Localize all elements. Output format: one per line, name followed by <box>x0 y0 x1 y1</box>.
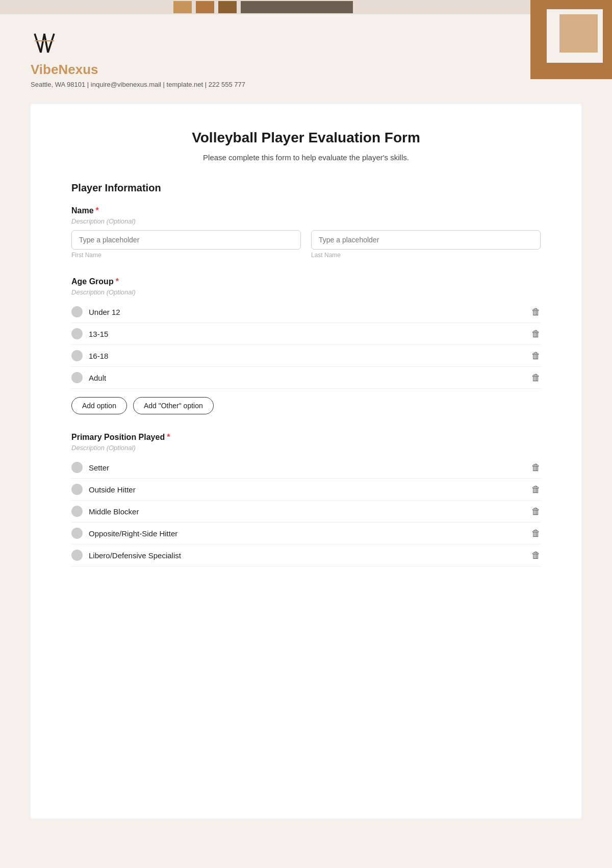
deco-inner2-block <box>559 14 598 53</box>
header-deco-3 <box>218 1 237 13</box>
field-description-name: Description (Optional) <box>71 217 541 225</box>
position-option-outside-hitter: Outside Hitter 🗑 <box>71 479 541 501</box>
delete-icon-under12[interactable]: 🗑 <box>531 307 541 317</box>
first-name-sublabel: First Name <box>71 252 301 259</box>
svg-line-3 <box>48 34 54 53</box>
position-option-setter: Setter 🗑 <box>71 457 541 479</box>
first-name-wrapper: First Name <box>71 230 301 259</box>
brand-logo-icon <box>31 30 59 58</box>
field-label-primary-position: Primary Position Played* <box>71 433 541 442</box>
field-group-name: Name* Description (Optional) First Name … <box>71 206 541 259</box>
radio-circle-opposite[interactable] <box>71 528 83 539</box>
brand-name: VibeNexus <box>31 62 581 78</box>
main-form-area: Volleyball Player Evaluation Form Please… <box>31 104 581 819</box>
header-deco-2 <box>196 1 214 13</box>
position-option-libero: Libero/Defensive Specialist 🗑 <box>71 544 541 566</box>
radio-circle-16-18[interactable] <box>71 350 83 361</box>
name-fields-container: First Name Last Name <box>71 230 541 259</box>
radio-circle-under12[interactable] <box>71 306 83 317</box>
delete-icon-opposite[interactable]: 🗑 <box>531 528 541 539</box>
form-title: Volleyball Player Evaluation Form <box>71 130 541 146</box>
first-name-input[interactable] <box>71 230 301 250</box>
age-option-13-15: 13-15 🗑 <box>71 323 541 345</box>
position-label-setter: Setter <box>89 463 109 472</box>
field-description-age: Description (Optional) <box>71 288 541 296</box>
age-label-under12: Under 12 <box>89 308 120 316</box>
form-subtitle: Please complete this form to help evalua… <box>71 153 541 162</box>
last-name-input[interactable] <box>311 230 541 250</box>
svg-line-0 <box>35 34 41 53</box>
age-label-16-18: 16-18 <box>89 352 108 360</box>
delete-icon-libero[interactable]: 🗑 <box>531 550 541 561</box>
field-label-name: Name* <box>71 206 541 215</box>
age-option-under12: Under 12 🗑 <box>71 301 541 323</box>
radio-circle-middle-blocker[interactable] <box>71 506 83 517</box>
position-label-outside-hitter: Outside Hitter <box>89 485 136 494</box>
top-right-decoration <box>530 0 612 82</box>
header-bar <box>0 0 612 14</box>
position-label-middle-blocker: Middle Blocker <box>89 507 139 516</box>
required-star-position: * <box>167 433 170 441</box>
age-option-16-18: 16-18 🗑 <box>71 345 541 367</box>
svg-line-2 <box>44 34 48 53</box>
field-label-age-group: Age Group* <box>71 277 541 286</box>
delete-icon-adult[interactable]: 🗑 <box>531 373 541 383</box>
position-option-middle-blocker: Middle Blocker 🗑 <box>71 501 541 523</box>
position-option-opposite: Opposite/Right-Side Hitter 🗑 <box>71 523 541 544</box>
required-star-name: * <box>96 206 99 215</box>
age-add-buttons: Add option Add "Other" option <box>71 397 541 414</box>
delete-icon-outside-hitter[interactable]: 🗑 <box>531 484 541 495</box>
required-star-age: * <box>116 277 119 286</box>
svg-line-1 <box>41 34 44 53</box>
last-name-sublabel: Last Name <box>311 252 541 259</box>
age-label-13-15: 13-15 <box>89 330 108 338</box>
field-group-age-group: Age Group* Description (Optional) Under … <box>71 277 541 414</box>
logo-section: VibeNexus Seattle, WA 98101 | inquire@vi… <box>0 14 612 94</box>
radio-circle-outside-hitter[interactable] <box>71 484 83 495</box>
delete-icon-13-15[interactable]: 🗑 <box>531 329 541 339</box>
radio-circle-13-15[interactable] <box>71 328 83 339</box>
position-label-opposite: Opposite/Right-Side Hitter <box>89 529 177 538</box>
last-name-wrapper: Last Name <box>311 230 541 259</box>
radio-circle-setter[interactable] <box>71 462 83 473</box>
age-option-adult: Adult 🗑 <box>71 367 541 389</box>
add-option-button-age[interactable]: Add option <box>71 397 127 414</box>
add-other-option-button-age[interactable]: Add "Other" option <box>133 397 214 414</box>
section-title-player-info: Player Information <box>71 182 541 194</box>
delete-icon-16-18[interactable]: 🗑 <box>531 351 541 361</box>
radio-circle-adult[interactable] <box>71 372 83 383</box>
position-label-libero: Libero/Defensive Specialist <box>89 551 181 560</box>
header-deco-1 <box>173 1 192 13</box>
age-label-adult: Adult <box>89 374 106 382</box>
field-group-primary-position: Primary Position Played* Description (Op… <box>71 433 541 566</box>
field-description-position: Description (Optional) <box>71 444 541 452</box>
radio-circle-libero[interactable] <box>71 550 83 561</box>
header-deco-4 <box>241 1 353 13</box>
delete-icon-middle-blocker[interactable]: 🗑 <box>531 506 541 517</box>
brand-address: Seattle, WA 98101 | inquire@vibenexus.ma… <box>31 81 245 88</box>
delete-icon-setter[interactable]: 🗑 <box>531 462 541 473</box>
